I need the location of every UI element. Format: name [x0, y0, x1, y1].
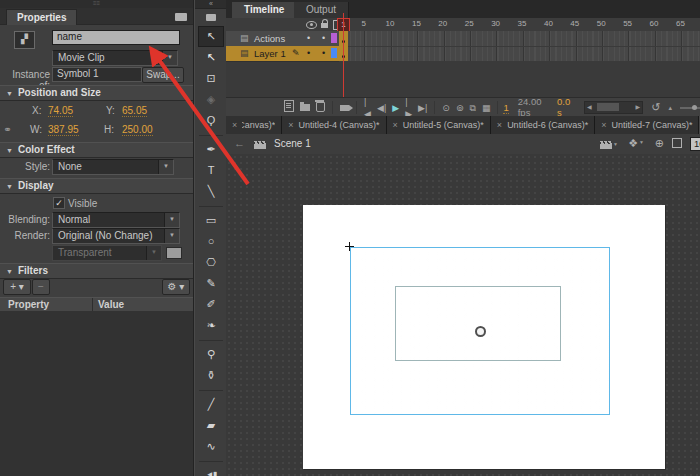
remove-filter-button[interactable]: −	[32, 279, 50, 295]
scroll-left-icon[interactable]: ◀	[587, 102, 592, 112]
property-column-header[interactable]: Property	[8, 298, 49, 311]
w-value[interactable]: 387.95	[48, 124, 79, 136]
onion-skin-outlines-icon[interactable]: ⊚	[456, 102, 464, 114]
playhead-line[interactable]	[343, 13, 344, 97]
layer-row-layer1[interactable]: ▤ Layer 1 ✎ • •	[226, 46, 339, 62]
layer-outline-color-swatch[interactable]	[331, 33, 337, 43]
y-value[interactable]: 65.05	[122, 105, 147, 117]
loop-playback-icon[interactable]: ↺	[651, 101, 660, 114]
color-effect-section-header[interactable]: ▼Color Effect	[0, 142, 193, 158]
edit-multiple-frames-icon[interactable]: ⧉	[469, 102, 475, 114]
timeline-scrollbar[interactable]: ◀ ▶	[584, 101, 643, 114]
tab-close-icon[interactable]: ×	[232, 120, 237, 130]
lock-all-layers-icon[interactable]	[321, 23, 328, 28]
style-dropdown[interactable]: None ▼	[52, 159, 174, 175]
collapse-panel-icon[interactable]: «	[195, 0, 227, 9]
document-tab[interactable]: Untitled-6 (Canvas)*×	[491, 116, 595, 134]
chevron-down-icon[interactable]: ▼	[164, 213, 179, 227]
paint-brush-tool-icon[interactable]: ❧	[198, 315, 224, 336]
timeline-zoom-slider[interactable]	[680, 107, 700, 109]
scrollbar-thumb[interactable]	[597, 103, 619, 111]
eraser-tool-icon[interactable]: ▰	[198, 415, 224, 436]
filter-options-button[interactable]: ⚙ ▾	[162, 279, 190, 295]
instance-of-field[interactable]: Symbol 1	[52, 67, 142, 82]
resize-view-icon[interactable]: ▴	[668, 104, 672, 112]
add-filter-button[interactable]: + ▾	[3, 279, 31, 295]
oval-tool-icon[interactable]: ○	[198, 231, 224, 252]
scene-name[interactable]: Scene 1	[274, 138, 311, 149]
x-value[interactable]: 74.05	[48, 105, 73, 117]
display-section-header[interactable]: ▼Display	[0, 178, 193, 194]
inner-rectangle[interactable]	[395, 286, 561, 361]
pencil-tool-icon[interactable]: ✎	[198, 273, 224, 294]
document-tab[interactable]: Untitled-3 (Canvas)*×	[226, 116, 282, 134]
stage-zoom-input[interactable]: 100	[690, 137, 700, 151]
chevron-down-icon[interactable]: ▼	[162, 51, 177, 65]
modify-markers-icon[interactable]: ▦	[482, 102, 491, 114]
camera-tool-icon[interactable]: ◄▮	[198, 465, 224, 476]
h-value[interactable]: 250.00	[122, 124, 153, 136]
layer-row-actions[interactable]: ▤ Actions • •	[226, 31, 339, 47]
value-column-header[interactable]: Value	[98, 298, 124, 311]
new-layer-icon[interactable]	[284, 100, 294, 115]
tab-close-icon[interactable]: ×	[288, 120, 293, 130]
scroll-right-icon[interactable]: ▶	[636, 102, 641, 112]
visible-checkbox[interactable]: ✓	[53, 197, 65, 209]
edit-scene-button[interactable]: ▼	[600, 140, 618, 151]
swap-button[interactable]: Swap...	[142, 67, 184, 83]
go-to-last-frame-icon[interactable]: ▶|	[418, 102, 427, 114]
bone-tool-icon[interactable]: ⚲	[198, 344, 224, 365]
eyedropper-tool-icon[interactable]: ╱	[198, 394, 224, 415]
blending-dropdown[interactable]: Normal ▼	[52, 212, 180, 228]
tools-panel-menu-icon[interactable]	[195, 9, 227, 26]
layer-lock-dot[interactable]: •	[322, 33, 325, 43]
chevron-down-icon[interactable]: ▼	[164, 229, 179, 243]
tab-timeline[interactable]: Timeline	[232, 2, 297, 18]
clip-content-icon[interactable]	[672, 138, 682, 148]
show-hide-all-layers-icon[interactable]	[306, 21, 317, 29]
layer-visibility-dot[interactable]: •	[307, 48, 310, 58]
current-frame-value[interactable]: 1	[503, 102, 508, 114]
lasso-tool-icon[interactable]: Ϙ	[198, 110, 224, 131]
slider-thumb[interactable]	[692, 105, 697, 110]
document-tab[interactable]: Untitled-7 (Canvas)*×	[595, 116, 699, 134]
symbol-behavior-dropdown[interactable]: Movie Clip ▼	[52, 50, 178, 66]
instance-name-field[interactable]: name	[52, 30, 180, 45]
properties-panel-tab[interactable]: Properties	[6, 9, 77, 25]
lock-aspect-ratio-icon[interactable]: ⚭	[3, 124, 11, 135]
step-back-icon[interactable]: ◀|	[377, 102, 386, 114]
subselection-tool-icon[interactable]: ↖	[198, 47, 224, 68]
tab-close-icon[interactable]: ×	[497, 120, 502, 130]
paint-bucket-tool-icon[interactable]: ⚱	[198, 365, 224, 386]
polystar-tool-icon[interactable]: ⎔	[198, 252, 224, 273]
play-icon[interactable]: ▶	[392, 102, 399, 114]
delete-layer-icon[interactable]	[316, 100, 325, 115]
document-tab[interactable]: Untitled-5 (Canvas)*×	[387, 116, 491, 134]
back-arrow-icon[interactable]: ←	[234, 137, 245, 149]
onion-skin-icon[interactable]: ⊙	[442, 102, 450, 114]
center-frame-icon[interactable]: ⊕	[655, 137, 664, 150]
pen-tool-icon[interactable]: ✒	[198, 139, 224, 160]
render-dropdown[interactable]: Original (No Change) ▼	[52, 228, 180, 244]
document-tab[interactable]: Untitled-4 (Canvas)*×	[282, 116, 386, 134]
layer-visibility-dot[interactable]: •	[307, 33, 310, 43]
frames-grid[interactable]	[339, 31, 700, 61]
tab-output[interactable]: Output	[294, 2, 349, 18]
layer-lock-dot[interactable]: •	[322, 48, 325, 58]
chevron-down-icon[interactable]: ▼	[158, 160, 173, 174]
filters-section-header[interactable]: ▼Filters	[0, 263, 193, 279]
tab-close-icon[interactable]: ×	[601, 120, 606, 130]
selected-movieclip-rectangle[interactable]	[350, 247, 610, 415]
text-tool-icon[interactable]: T	[198, 160, 224, 181]
line-tool-icon[interactable]: ╲	[198, 181, 224, 202]
new-folder-icon[interactable]	[300, 101, 310, 114]
classic-brush-tool-icon[interactable]: ✐	[198, 294, 224, 315]
rectangle-tool-icon[interactable]: ▭	[198, 210, 224, 231]
edit-symbols-button[interactable]: ❖▼	[628, 137, 644, 150]
tab-close-icon[interactable]: ×	[393, 120, 398, 130]
camera-icon[interactable]	[340, 102, 349, 114]
width-tool-icon[interactable]: ∿	[198, 436, 224, 457]
panel-menu-icon[interactable]	[175, 12, 187, 23]
selection-tool-icon[interactable]: ↖	[198, 26, 224, 47]
layer-outline-color-swatch[interactable]	[331, 48, 337, 58]
